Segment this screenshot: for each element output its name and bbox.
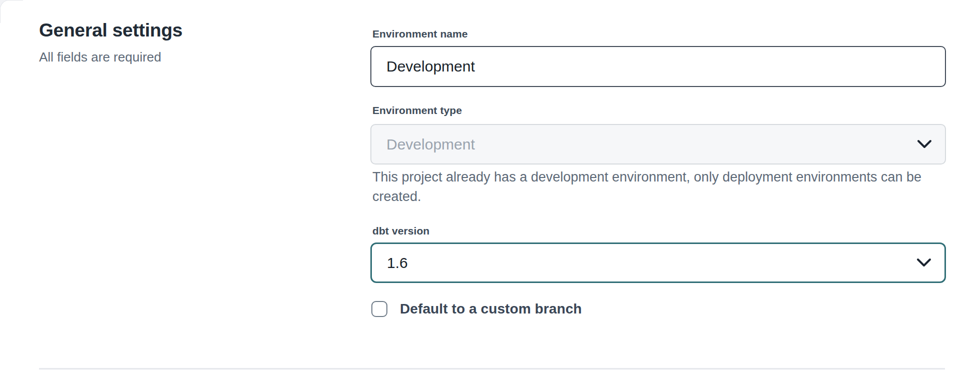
panel-rounded-corner <box>0 0 23 23</box>
dbt-version-value: 1.6 <box>387 254 408 272</box>
dbt-version-select[interactable]: 1.6 <box>370 242 946 283</box>
custom-branch-checkbox[interactable] <box>371 301 387 317</box>
chevron-down-icon <box>917 140 932 149</box>
environment-type-helper-text: This project already has a development e… <box>372 168 938 206</box>
custom-branch-label: Default to a custom branch <box>400 301 582 317</box>
section-divider <box>39 368 945 370</box>
custom-branch-row[interactable]: Default to a custom branch <box>371 301 582 317</box>
environment-type-select: Development <box>370 124 946 164</box>
environment-name-label: Environment name <box>372 28 468 40</box>
environment-type-label: Environment type <box>372 104 462 116</box>
general-settings-header: General settings All fields are required <box>39 19 319 66</box>
page-title: General settings <box>39 19 319 42</box>
environment-type-value: Development <box>386 136 475 153</box>
environment-name-input[interactable] <box>370 46 946 87</box>
page-subtitle: All fields are required <box>39 49 319 66</box>
chevron-down-icon <box>916 258 931 268</box>
dbt-version-label: dbt version <box>372 225 429 237</box>
